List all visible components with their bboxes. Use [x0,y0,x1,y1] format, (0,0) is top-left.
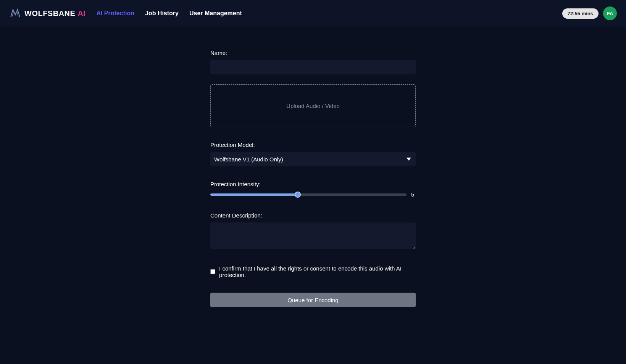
nav-job-history[interactable]: Job History [145,10,179,17]
model-label: Protection Model: [210,142,416,148]
nav-ai-protection[interactable]: AI Protection [96,10,134,17]
header: WOLFSBANE AI AI Protection Job History U… [0,0,626,27]
main: Name: Upload Audio / Video Protection Mo… [0,27,626,307]
logo-text-wolfsbane: WOLFSBANE [24,9,75,18]
avatar[interactable]: FA [603,6,617,20]
logo-icon [9,7,21,19]
intensity-slider-row: 5 [210,191,416,198]
header-left: WOLFSBANE AI AI Protection Job History U… [9,7,242,19]
name-input[interactable] [210,60,416,74]
description-label: Content Description: [210,212,416,219]
logo-text-ai: AI [77,9,86,18]
queue-encoding-button[interactable]: Queue for Encoding [210,293,416,307]
nav-user-management[interactable]: User Management [189,10,242,17]
intensity-value: 5 [411,191,416,198]
nav: AI Protection Job History User Managemen… [96,10,242,17]
consent-checkbox[interactable] [210,269,215,274]
consent-label: I confirm that I have all the rights or … [219,265,416,278]
model-select[interactable]: Wolfsbane V1 (Audio Only) [210,152,416,166]
form: Name: Upload Audio / Video Protection Mo… [210,50,416,307]
description-textarea[interactable] [210,222,416,249]
consent-row: I confirm that I have all the rights or … [210,265,416,278]
header-right: 72:55 mins FA [562,6,617,20]
logo[interactable]: WOLFSBANE AI [9,7,86,19]
intensity-label: Protection Intensity: [210,181,416,187]
model-section: Protection Model: Wolfsbane V1 (Audio On… [210,142,416,166]
upload-zone[interactable]: Upload Audio / Video [210,84,416,127]
name-label: Name: [210,50,416,56]
intensity-section: Protection Intensity: 5 [210,181,416,198]
intensity-slider[interactable] [210,193,407,196]
description-section: Content Description: [210,212,416,251]
upload-label: Upload Audio / Video [286,103,340,109]
logo-text: WOLFSBANE AI [24,9,86,18]
time-badge: 72:55 mins [562,8,599,19]
